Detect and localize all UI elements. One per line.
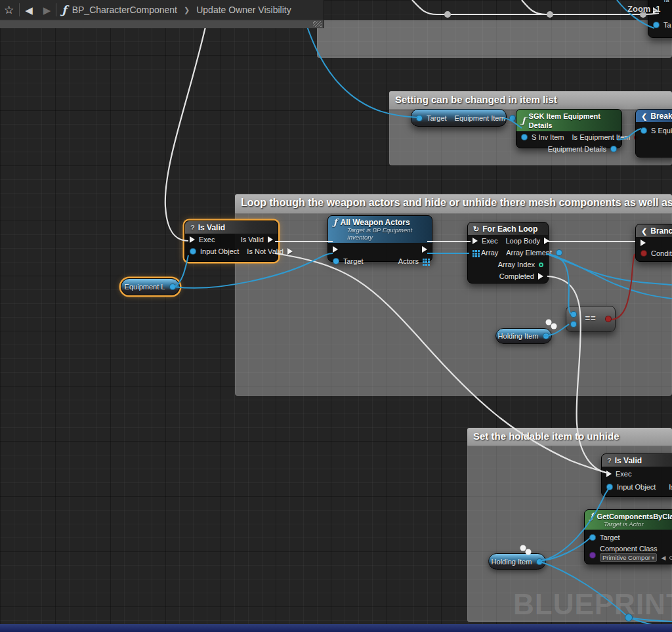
is-not-valid-out-label: Is Not [669, 483, 672, 491]
chevron-down-icon: ▾ [652, 555, 655, 561]
condition-pin[interactable] [640, 250, 647, 257]
search-icon[interactable] [669, 556, 672, 560]
comment-body-loop[interactable] [235, 213, 672, 396]
node-header-fragment: Ta [648, 0, 672, 3]
node-title: All Weapon Actors [341, 218, 410, 227]
reset-to-default-icon[interactable]: ◀ [661, 555, 665, 561]
equipment-item-output-pin[interactable] [509, 115, 516, 121]
forward-arrow-icon[interactable]: ▶ [43, 5, 51, 15]
question-icon: ? [190, 223, 195, 232]
question-icon: ? [607, 456, 612, 465]
exec-in-pin[interactable] [606, 471, 612, 477]
array-index-pin[interactable] [539, 263, 543, 267]
exec-label: Exec [482, 237, 497, 245]
is-valid-out-pin[interactable] [268, 236, 273, 243]
node-subtitle: Target is Actor [604, 520, 670, 528]
panel-bottom-strip [0, 20, 324, 28]
loop-icon: ↻ [473, 224, 479, 234]
equipment-item-pin-label: Equipment Item [455, 114, 505, 122]
is-not-valid-out-label: Is Not Valid [247, 247, 283, 255]
equipment-details-label: Equipment Details [548, 145, 606, 153]
exec-in-pin[interactable] [640, 240, 646, 246]
node-for-each-loop[interactable]: ↻ For Each Loop Exec Loop Body Array Arr… [467, 222, 549, 284]
array-label: Array [481, 249, 498, 257]
target-pin[interactable] [333, 258, 339, 264]
target-pin[interactable] [653, 22, 660, 28]
node-get-components-by-class[interactable]: ƒ GetComponentsByClass Target is Actor T… [584, 509, 672, 564]
node-title: GetComponentsByClass [597, 512, 672, 521]
array-in-pin[interactable] [472, 250, 474, 252]
comment-title-loop[interactable]: Loop though the weapon actors and hide o… [235, 194, 672, 213]
pill-label: Equipment L [125, 283, 165, 291]
node-title: Is Valid [198, 223, 225, 232]
target-label: Target [600, 534, 620, 541]
completed-label: Completed [499, 272, 534, 280]
exec-in-pin[interactable] [190, 236, 195, 243]
pill-label: Holding Item [492, 558, 532, 566]
target-label: Ta [663, 21, 671, 29]
target-label: Target [343, 257, 364, 265]
completed-pin[interactable] [538, 273, 543, 280]
window-bottom-bar [0, 624, 672, 632]
input-object-pin[interactable] [606, 484, 613, 490]
equipment-details-pin[interactable] [610, 146, 617, 152]
exec-in-pin[interactable] [472, 238, 478, 244]
is-not-valid-out-pin[interactable] [287, 248, 293, 255]
component-class-label: Component Class [600, 545, 657, 553]
exec-out-pin[interactable] [422, 246, 427, 253]
input-object-pin[interactable] [190, 248, 196, 255]
exec-label: Exec [616, 470, 631, 478]
s-equip-label: S Equipr [651, 127, 672, 135]
is-valid-out-label: Is Valid [241, 236, 264, 243]
target-pin[interactable] [589, 534, 596, 541]
holding-item-b-output-pin[interactable] [536, 558, 543, 565]
breadcrumb-root[interactable]: BP_CharacterComponent [72, 5, 177, 15]
loop-body-pin[interactable] [544, 238, 549, 244]
breadcrumb-current[interactable]: Update Owner Visibility [196, 5, 291, 15]
node-is-valid-2[interactable]: ? Is Valid Exec Is Input Object Is Not [601, 453, 672, 497]
equipment-l-output-pin[interactable] [169, 284, 176, 290]
node-equipment-item-getter[interactable]: Target Equipment Item [411, 109, 507, 127]
resize-grip[interactable] [313, 21, 322, 27]
actors-array-pin[interactable] [423, 259, 425, 261]
array-index-label: Array Index [498, 261, 535, 268]
blueprint-graph-canvas[interactable]: Setting can be changed in item list Loop… [0, 0, 672, 632]
component-class-dropdown[interactable]: Primitive Compor ▾ [600, 553, 657, 562]
array-element-label: Array Element [506, 249, 552, 257]
pill-equipment-l[interactable]: Equipment L [121, 278, 180, 295]
comment-title-setting[interactable]: Setting can be changed in item list [389, 91, 672, 109]
pill-label: Holding Item [498, 332, 539, 340]
array-element-pin[interactable] [556, 249, 562, 256]
function-icon: ƒ [590, 512, 594, 521]
s-equip-pin[interactable] [640, 127, 647, 134]
node-subtitle: Target is BP Equipment Inventory [347, 226, 427, 241]
node-title: For Each Loop [482, 224, 537, 234]
s-inv-item-label: S Inv Item [532, 133, 564, 141]
node-break-struct[interactable]: ❮ Break S S Equipr [635, 109, 672, 158]
comment-title-set-holdable[interactable]: Set the holdable item to unhide [467, 428, 672, 446]
pill-holding-item-b[interactable]: Holding Item [488, 553, 546, 570]
node-title: Branch [650, 226, 672, 236]
divider [56, 3, 56, 16]
target-input-pin[interactable] [416, 115, 423, 121]
exec-in-pin[interactable] [333, 246, 338, 253]
input-object-label: Input Object [617, 483, 656, 491]
comment-body-top[interactable] [317, 20, 672, 58]
breadcrumb-chevron: ❯ [184, 6, 190, 14]
node-sgk-item-equipment-details[interactable]: ƒ SGK Item Equipment Details S Inv Item … [516, 109, 622, 148]
branch-icon: ❮ [641, 226, 647, 236]
favorite-star-icon[interactable]: ☆ [4, 5, 14, 16]
component-class-pin[interactable] [589, 552, 596, 558]
equals-output-pin[interactable] [605, 316, 612, 322]
node-all-weapon-actors[interactable]: ƒ All Weapon Actors Target is BP Equipme… [327, 215, 432, 262]
node-equals[interactable]: == [566, 306, 616, 332]
exec-label: Exec [199, 236, 215, 243]
back-arrow-icon[interactable]: ◀ [25, 5, 33, 15]
input-object-label: Input Object [200, 247, 239, 255]
s-inv-item-pin[interactable] [521, 134, 528, 140]
holding-item-a-output-pin[interactable] [543, 333, 549, 339]
pill-holding-item-a[interactable]: Holding Item [495, 328, 552, 344]
node-is-valid-1[interactable]: ? Is Valid Exec Is Valid Input Object Is… [184, 221, 278, 262]
node-branch[interactable]: ❮ Branch Conditio [635, 224, 672, 262]
function-icon: ƒ [522, 116, 526, 125]
